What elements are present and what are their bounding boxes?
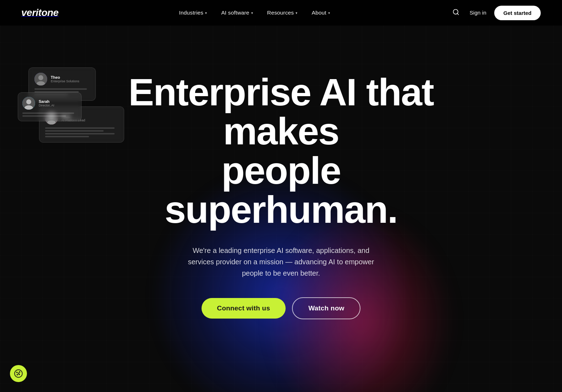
signin-button[interactable]: Sign in: [468, 7, 487, 19]
card-title-3: Director, AI: [39, 104, 54, 107]
logo[interactable]: veritone: [21, 7, 59, 18]
search-button[interactable]: [450, 6, 462, 20]
card-line: [22, 112, 74, 114]
avatar-3: [22, 97, 35, 110]
card-line: [45, 136, 89, 137]
cookie-settings-button[interactable]: [10, 365, 27, 382]
card-name-3: Sarah: [39, 99, 54, 104]
nav-about[interactable]: About ▾: [305, 7, 336, 19]
connect-button[interactable]: Connect with us: [202, 298, 286, 319]
svg-point-9: [26, 99, 31, 104]
svg-point-3: [38, 75, 43, 80]
svg-point-14: [19, 374, 20, 375]
card-title-1: Enterprise Solutions: [51, 79, 79, 83]
hero-buttons: Connect with us Watch now: [100, 297, 462, 319]
chevron-down-icon: ▾: [328, 11, 330, 15]
navigation: veritone Industries ▾ AI software ▾ Reso…: [0, 0, 562, 26]
svg-point-12: [17, 372, 17, 373]
hero-content: Enterprise AI that makes people superhum…: [86, 73, 476, 319]
search-icon: [452, 9, 459, 16]
hero-section: Theo Enterprise Solutions: [0, 0, 562, 392]
chevron-down-icon: ▾: [251, 11, 253, 15]
svg-point-15: [17, 374, 18, 375]
get-started-button[interactable]: Get started: [494, 6, 541, 20]
svg-point-13: [19, 372, 20, 372]
chevron-down-icon: ▾: [205, 11, 207, 15]
nav-links: Industries ▾ AI software ▾ Resources ▾ A…: [172, 7, 336, 19]
hero-subtext: We're a leading enterprise AI software, …: [182, 245, 380, 279]
hero-headline: Enterprise AI that makes people superhum…: [100, 73, 462, 229]
nav-ai-software[interactable]: AI software ▾: [215, 7, 259, 19]
floating-card-woman: Sarah Director, AI: [18, 92, 82, 127]
svg-point-16: [18, 373, 19, 374]
card-line: [22, 115, 66, 117]
nav-resources[interactable]: Resources ▾: [261, 7, 304, 19]
cookie-icon: [14, 369, 23, 378]
avatar-1: [34, 73, 47, 85]
card-line: [34, 88, 87, 90]
nav-actions: Sign in Get started: [450, 6, 541, 20]
nav-industries[interactable]: Industries ▾: [172, 7, 213, 19]
chevron-down-icon: ▾: [296, 11, 297, 15]
svg-line-1: [457, 13, 459, 15]
watch-button[interactable]: Watch now: [292, 297, 360, 319]
card-name-1: Theo: [51, 75, 79, 79]
